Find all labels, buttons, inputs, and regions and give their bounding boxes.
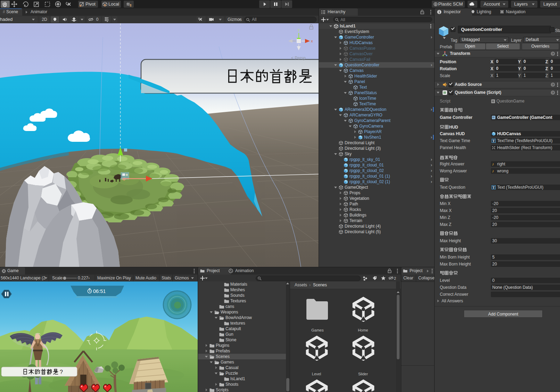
svg-text:?: ?: [552, 83, 554, 87]
svg-text:y: y: [298, 27, 300, 32]
svg-text:T: T: [493, 186, 495, 189]
svg-text:< Persp: < Persp: [291, 56, 306, 60]
svg-text:HUD: HUD: [449, 125, 458, 129]
svg-text:2: 2: [394, 276, 396, 280]
svg-text:?: ?: [552, 52, 554, 56]
svg-text:?: ?: [60, 369, 63, 375]
svg-text:T: T: [493, 139, 495, 143]
svg-text:06:51: 06:51: [93, 288, 106, 294]
svg-text:?: ?: [552, 91, 554, 95]
svg-text:x: x: [311, 39, 313, 43]
